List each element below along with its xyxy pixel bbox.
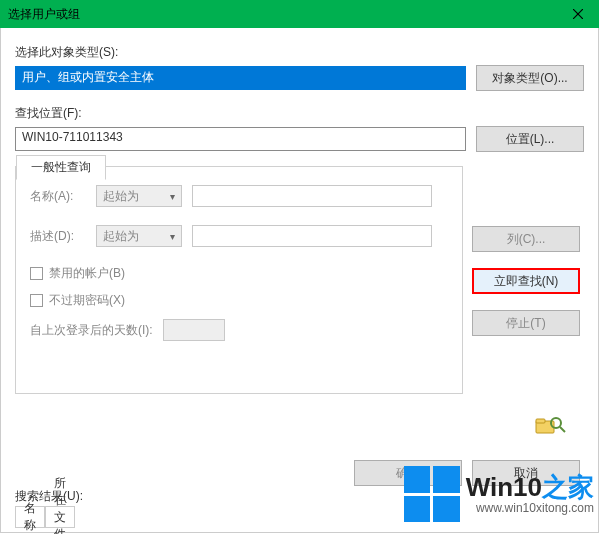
desc-label: 描述(D): xyxy=(30,228,86,245)
find-now-button[interactable]: 立即查找(N) xyxy=(472,268,580,294)
object-type-input[interactable]: 用户、组或内置安全主体 xyxy=(15,66,466,90)
col-name-header[interactable]: 名称 xyxy=(15,506,45,528)
location-label: 查找位置(F): xyxy=(15,105,584,122)
tab-common-queries[interactable]: 一般性查询 xyxy=(16,155,106,180)
location-input[interactable]: WIN10-711011343 xyxy=(15,127,466,151)
close-button[interactable] xyxy=(557,0,599,28)
search-folder-icon xyxy=(534,413,562,435)
close-icon xyxy=(573,9,583,19)
days-label: 自上次登录后的天数(I): xyxy=(30,322,153,339)
object-types-button[interactable]: 对象类型(O)... xyxy=(476,65,584,91)
dialog-body: 选择此对象类型(S): 用户、组或内置安全主体 对象类型(O)... 查找位置(… xyxy=(0,28,599,533)
svg-line-5 xyxy=(560,427,565,432)
disabled-accounts-checkbox[interactable] xyxy=(30,267,43,280)
columns-button[interactable]: 列(C)... xyxy=(472,226,580,252)
title-bar: 选择用户或组 xyxy=(0,0,599,28)
name-input[interactable] xyxy=(192,185,432,207)
desc-input[interactable] xyxy=(192,225,432,247)
stop-button[interactable]: 停止(T) xyxy=(472,310,580,336)
no-expire-checkbox[interactable] xyxy=(30,294,43,307)
watermark-url: www.win10xitong.com xyxy=(466,502,594,515)
desc-mode-combo[interactable]: 起始为 ▾ xyxy=(96,225,182,247)
disabled-accounts-label: 禁用的帐户(B) xyxy=(49,265,125,282)
window-title: 选择用户或组 xyxy=(8,6,80,23)
object-type-label: 选择此对象类型(S): xyxy=(15,44,584,61)
col-folder-header[interactable]: 所在文件夹 xyxy=(45,506,75,528)
no-expire-label: 不过期密码(X) xyxy=(49,292,125,309)
locations-button[interactable]: 位置(L)... xyxy=(476,126,584,152)
days-combo[interactable] xyxy=(163,319,225,341)
chevron-down-icon: ▾ xyxy=(170,231,175,242)
name-mode-combo[interactable]: 起始为 ▾ xyxy=(96,185,182,207)
query-fieldset: 一般性查询 名称(A): 起始为 ▾ 描述(D): 起始为 ▾ 禁用的帐户(B)… xyxy=(15,166,463,394)
svg-rect-3 xyxy=(536,419,545,423)
watermark: Win10之家 www.win10xitong.com xyxy=(404,466,594,522)
windows-logo-icon xyxy=(404,466,460,522)
chevron-down-icon: ▾ xyxy=(170,191,175,202)
name-label: 名称(A): xyxy=(30,188,86,205)
side-buttons: 列(C)... 立即查找(N) 停止(T) xyxy=(472,226,580,336)
